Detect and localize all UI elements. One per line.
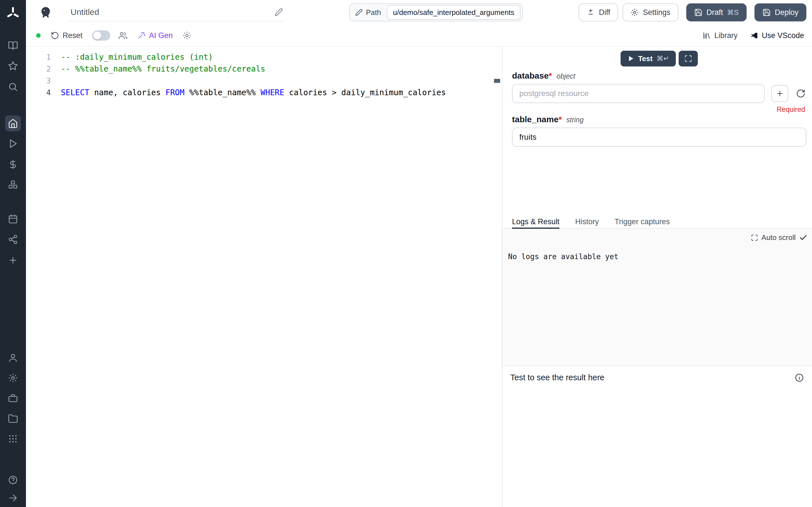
database-field-label: database* <box>512 71 552 80</box>
apps-grid-icon[interactable] <box>5 431 21 447</box>
refresh-resources-button[interactable] <box>795 89 806 98</box>
pencil-icon <box>355 9 363 16</box>
wand-icon <box>137 31 146 40</box>
diff-mode-toggle[interactable] <box>92 31 110 41</box>
logs-empty-message: No logs are available yet <box>508 252 618 261</box>
workers-briefcase-icon[interactable] <box>5 390 21 406</box>
flows-share-icon[interactable] <box>5 231 21 247</box>
code-surface[interactable]: -- :daily_minimum_calories (int) -- %%ta… <box>61 51 502 507</box>
content-row: 1 2 3 4 -- :daily_minimum_calories (int)… <box>26 47 812 507</box>
code-editor[interactable]: 1 2 3 4 -- :daily_minimum_calories (int)… <box>26 47 502 507</box>
folders-icon[interactable] <box>5 411 21 427</box>
autoscroll-control[interactable]: Auto scroll <box>751 233 808 242</box>
line-number: 3 <box>26 75 61 87</box>
database-input-row <box>512 84 806 103</box>
settings-gear-icon[interactable] <box>5 370 21 386</box>
path-value[interactable]: u/demo/safe_interpolated_arguments <box>387 5 521 20</box>
multiplayer-users-icon[interactable] <box>118 31 128 40</box>
main-area: Untitled Path u/demo/safe_interpolated_a… <box>26 0 812 507</box>
diff-label: Diff <box>599 8 610 17</box>
settings-label: Settings <box>643 8 670 17</box>
use-vscode-label: Use VScode <box>762 31 804 40</box>
schedules-calendar-icon[interactable] <box>5 211 21 227</box>
save-icon <box>762 8 771 17</box>
draft-button[interactable]: Draft ⌘S <box>686 3 747 21</box>
code-line-3[interactable] <box>61 75 502 87</box>
editor-settings-gear-icon[interactable] <box>183 31 192 40</box>
result-hint: Test to see the result here <box>510 373 605 382</box>
table-name-input[interactable] <box>512 128 806 147</box>
tab-history[interactable]: History <box>575 214 599 228</box>
required-star: * <box>559 115 562 124</box>
topbar: Untitled Path u/demo/safe_interpolated_a… <box>26 0 812 25</box>
edit-title-pencil-icon[interactable] <box>274 8 283 16</box>
library-button[interactable]: Library <box>702 31 738 40</box>
vscode-icon <box>750 31 758 40</box>
line-number-active: 4 <box>26 87 61 99</box>
add-plus-icon[interactable] <box>5 252 21 268</box>
code-keyword: SELECT <box>61 88 89 97</box>
postgresql-icon <box>39 6 52 19</box>
save-icon <box>694 8 703 17</box>
path-label: Path <box>366 8 381 17</box>
help-icon[interactable] <box>5 472 21 488</box>
user-icon[interactable] <box>5 350 21 365</box>
scrollbar-marker[interactable] <box>494 79 500 83</box>
library-icon <box>702 31 711 40</box>
add-resource-button[interactable] <box>771 85 788 102</box>
test-button[interactable]: Test ⌘↵ <box>620 51 676 66</box>
deploy-button[interactable]: Deploy <box>755 3 806 21</box>
app-root: Untitled Path u/demo/safe_interpolated_a… <box>0 0 812 507</box>
settings-button[interactable]: Settings <box>622 3 678 21</box>
collapse-arrow-icon[interactable] <box>5 490 21 506</box>
book-icon[interactable] <box>5 38 21 54</box>
code-comment: -- :daily_minimum_calories (int) <box>61 52 213 62</box>
test-label: Test <box>638 54 653 63</box>
database-field-type: object <box>557 72 575 80</box>
resources-boxes-icon[interactable] <box>5 177 21 193</box>
home-icon[interactable] <box>5 115 21 131</box>
code-text: calories > daily_minimum_calories <box>284 88 446 97</box>
status-dot <box>36 33 41 38</box>
path-pill[interactable]: Path u/demo/safe_interpolated_arguments <box>349 3 523 21</box>
table-name-field-type: string <box>566 116 583 124</box>
tab-logs-result[interactable]: Logs & Result <box>512 214 559 228</box>
toggle-knob <box>93 32 101 40</box>
code-text: %%table_name%% <box>185 88 260 97</box>
database-input[interactable] <box>512 84 765 103</box>
use-vscode-button[interactable]: Use VScode <box>750 31 804 40</box>
reset-label: Reset <box>63 31 83 40</box>
code-line-1[interactable]: -- :daily_minimum_calories (int) <box>61 51 502 63</box>
windmill-logo[interactable] <box>5 5 21 21</box>
star-icon[interactable] <box>5 58 21 74</box>
code-keyword: WHERE <box>260 88 284 97</box>
required-star: * <box>549 71 552 80</box>
diff-button[interactable]: Diff <box>578 3 618 21</box>
deploy-label: Deploy <box>775 8 799 17</box>
editor-toolbar: Reset AI Gen Library Use VScode <box>26 25 812 47</box>
logs-panel: Auto scroll No logs are available yet <box>502 229 812 365</box>
runs-play-icon[interactable] <box>5 136 21 152</box>
expand-logs-icon[interactable] <box>751 234 758 241</box>
expand-test-button[interactable] <box>679 51 698 66</box>
code-line-4[interactable]: SELECT name, calories FROM %%table_name%… <box>61 87 502 99</box>
path-label-wrap: Path <box>350 8 387 17</box>
check-icon[interactable] <box>799 233 808 242</box>
table-name-field-label-row: table_name* string <box>512 115 806 124</box>
script-title-field[interactable]: Untitled <box>68 3 285 21</box>
required-note: Required <box>512 105 806 114</box>
info-icon[interactable] <box>795 373 804 383</box>
reset-icon <box>51 31 59 40</box>
variables-dollar-icon[interactable] <box>5 157 21 172</box>
result-panel: Test to see the result here <box>502 365 812 507</box>
code-line-2[interactable]: -- %%table_name%% fruits/vegetables/cere… <box>61 63 502 75</box>
sidebar <box>0 0 26 507</box>
reset-button[interactable]: Reset <box>51 31 83 40</box>
ai-gen-button[interactable]: AI Gen <box>137 31 173 40</box>
topbar-actions: Diff Settings Draft ⌘S Deploy <box>578 3 806 21</box>
test-form-section: Test ⌘↵ database* object <box>502 47 812 214</box>
line-number: 2 <box>26 63 61 75</box>
tab-trigger-captures[interactable]: Trigger captures <box>615 214 670 228</box>
line-number: 1 <box>26 51 61 63</box>
search-icon[interactable] <box>5 79 21 95</box>
